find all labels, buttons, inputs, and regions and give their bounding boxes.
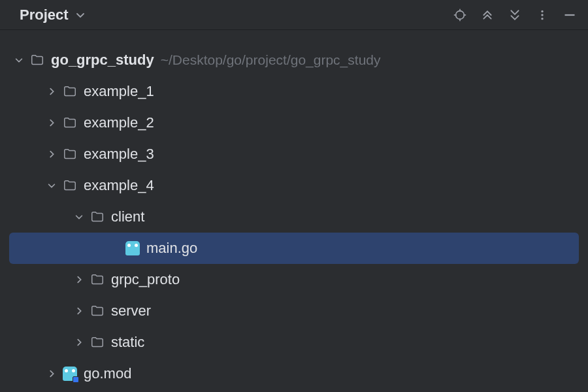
chevron-right-icon[interactable]: [44, 87, 59, 96]
folder-label: grpc_proto: [111, 271, 180, 288]
file-label: main.go: [146, 240, 197, 257]
tree-root[interactable]: go_grpc_study ~/Desktop/go/project/go_gr…: [9, 44, 579, 76]
tree-file-go-mod[interactable]: go.mod: [9, 358, 579, 389]
folder-label: server: [111, 302, 151, 319]
root-name: go_grpc_study: [51, 52, 154, 69]
dropdown-icon[interactable]: [73, 7, 88, 23]
svg-point-0: [456, 10, 465, 19]
tree-folder-static[interactable]: static: [9, 327, 579, 358]
folder-label: example_2: [84, 114, 154, 131]
folder-icon: [63, 147, 77, 161]
folder-label: client: [111, 208, 144, 225]
target-icon[interactable]: [452, 7, 468, 23]
chevron-right-icon[interactable]: [44, 150, 59, 159]
chevron-right-icon[interactable]: [72, 338, 86, 347]
folder-icon: [63, 84, 77, 99]
svg-point-6: [541, 14, 543, 16]
expand-all-icon[interactable]: [480, 7, 495, 23]
chevron-down-icon[interactable]: [44, 181, 59, 190]
folder-label: example_1: [84, 83, 154, 100]
project-panel-header: Project: [0, 0, 588, 30]
chevron-right-icon[interactable]: [72, 275, 86, 284]
header-actions: [452, 7, 578, 23]
folder-label: example_4: [84, 177, 154, 194]
tree-folder-grpc-proto[interactable]: grpc_proto: [9, 264, 579, 295]
chevron-right-icon[interactable]: [72, 306, 86, 316]
svg-point-5: [541, 10, 543, 12]
svg-point-7: [541, 17, 543, 19]
project-tree: go_grpc_study ~/Desktop/go/project/go_gr…: [0, 30, 588, 392]
folder-label: static: [111, 334, 144, 351]
tree-file-main-go[interactable]: main.go: [9, 233, 579, 264]
tree-folder-example-3[interactable]: example_3: [9, 139, 579, 170]
go-mod-icon: [63, 367, 77, 381]
tree-folder-server[interactable]: server: [9, 295, 579, 327]
chevron-down-icon[interactable]: [12, 56, 26, 65]
folder-icon: [30, 53, 44, 67]
tree-folder-example-4[interactable]: example_4: [9, 170, 579, 201]
tree-folder-example-1[interactable]: example_1: [9, 76, 579, 107]
collapse-all-icon[interactable]: [507, 7, 523, 23]
root-path: ~/Desktop/go/project/go_grpc_study: [161, 52, 381, 68]
file-label: go.mod: [84, 365, 131, 382]
chevron-down-icon[interactable]: [72, 212, 86, 221]
folder-label: example_3: [84, 146, 154, 163]
chevron-right-icon[interactable]: [44, 118, 59, 127]
tree-folder-example-2[interactable]: example_2: [9, 107, 579, 139]
go-file-icon: [125, 241, 140, 255]
folder-icon: [90, 272, 105, 287]
minimize-icon[interactable]: [562, 7, 578, 23]
header-left: Project: [20, 7, 88, 24]
folder-icon: [90, 335, 105, 350]
chevron-right-icon[interactable]: [44, 369, 59, 378]
more-options-icon[interactable]: [534, 7, 550, 23]
folder-icon: [63, 116, 77, 130]
folder-icon: [63, 178, 77, 193]
folder-icon: [90, 210, 105, 224]
folder-icon: [90, 304, 105, 318]
panel-title[interactable]: Project: [20, 7, 69, 24]
tree-folder-client[interactable]: client: [9, 201, 579, 233]
